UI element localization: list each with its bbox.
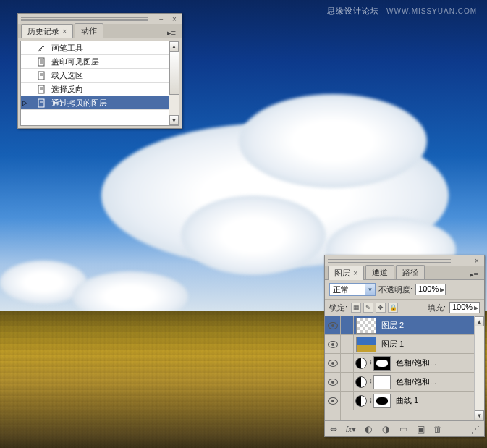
visibility-toggle[interactable]	[325, 316, 341, 334]
history-item-inverse[interactable]: 选择反向	[21, 83, 179, 96]
layer-row[interactable]: ⁞ 曲线 1	[325, 392, 484, 410]
layers-panel-titlebar[interactable]: − ×	[325, 255, 484, 266]
lock-pixels-icon[interactable]: ✎	[363, 303, 373, 313]
history-label: 选择反向	[47, 84, 83, 95]
history-list: 画笔工具 盖印可见图层 载入选区 选择反向 ▷ 通过拷贝的图层 ▲ ▼	[20, 41, 179, 126]
layers-blend-row: 正常 ▼ 不透明度: 100%▶	[325, 280, 484, 300]
scroll-down-button[interactable]: ▼	[475, 410, 484, 420]
link-col[interactable]	[341, 392, 354, 410]
layers-tabs: 图层× 通道 路径 ▸≡	[325, 266, 484, 280]
history-tabs: 历史记录× 动作 ▸≡	[18, 24, 182, 38]
layer-name[interactable]: 色相/饱和...	[393, 358, 436, 368]
history-item-layer-via-copy[interactable]: ▷ 通过拷贝的图层	[21, 96, 179, 110]
layer-name[interactable]: 曲线 1	[393, 395, 418, 406]
fill-value: 100%	[452, 303, 473, 311]
layer-row[interactable]: ⁞ 色相/饱和...	[325, 354, 484, 373]
history-item-load-selection[interactable]: 载入选区	[21, 69, 179, 83]
history-item-brush[interactable]: 画笔工具	[21, 41, 179, 55]
tab-history[interactable]: 历史记录×	[21, 24, 73, 38]
mask-link-icon[interactable]: ⁞	[370, 359, 372, 367]
layer-name[interactable]: 色相/饱和...	[393, 376, 436, 387]
chevron-right-icon[interactable]: ▶	[440, 287, 444, 293]
new-group-icon[interactable]: ▭	[397, 423, 409, 435]
gripper[interactable]	[21, 17, 148, 21]
scroll-thumb[interactable]	[169, 51, 179, 95]
visibility-toggle[interactable]	[325, 392, 341, 410]
eye-icon	[328, 341, 338, 348]
close-icon[interactable]: ×	[473, 256, 481, 265]
history-scrollbar[interactable]: ▲ ▼	[169, 41, 179, 125]
layer-mask-icon[interactable]: ◐	[363, 423, 374, 435]
minimize-icon[interactable]: −	[460, 256, 468, 265]
document-icon	[35, 98, 47, 108]
visibility-toggle[interactable]	[325, 335, 341, 353]
history-item-stamp[interactable]: 盖印可见图层	[21, 55, 179, 69]
opacity-value: 100%	[418, 284, 439, 293]
adjustment-icon	[355, 376, 367, 388]
tab-actions[interactable]: 动作	[75, 23, 103, 38]
fill-label: 填充:	[428, 303, 446, 313]
panel-menu-icon[interactable]: ▸≡	[467, 270, 481, 279]
layer-mask-thumbnail[interactable]	[373, 375, 391, 389]
tab-close-icon[interactable]: ×	[353, 269, 357, 277]
chevron-down-icon: ▼	[365, 284, 375, 295]
layer-row-empty	[325, 410, 484, 420]
layer-style-icon[interactable]: fx▾	[345, 423, 357, 435]
tab-channels[interactable]: 通道	[365, 265, 394, 279]
layer-row[interactable]: ⁞ 色相/饱和...	[325, 373, 484, 392]
lock-position-icon[interactable]: ✥	[376, 303, 386, 313]
layer-mask-thumbnail[interactable]	[373, 356, 391, 371]
layer-row[interactable]: 图层 2	[325, 316, 484, 335]
gripper[interactable]	[328, 258, 451, 263]
lock-label: 锁定:	[329, 303, 347, 313]
scroll-down-button[interactable]: ▼	[169, 115, 179, 125]
watermark-url: WWW.MISSYUAN.COM	[386, 7, 477, 15]
layer-thumbnail[interactable]	[356, 318, 376, 334]
link-col[interactable]	[341, 316, 354, 334]
history-panel-titlebar[interactable]: − ×	[18, 14, 182, 24]
close-icon[interactable]: ×	[170, 14, 179, 23]
delete-layer-icon[interactable]: 🗑	[432, 423, 444, 435]
tab-close-icon[interactable]: ×	[62, 27, 67, 35]
layer-thumbnail[interactable]	[356, 337, 376, 352]
tab-layers[interactable]: 图层×	[328, 266, 364, 280]
mask-link-icon[interactable]: ⁞	[370, 378, 372, 386]
opacity-label: 不透明度:	[378, 284, 412, 295]
mask-link-icon[interactable]: ⁞	[370, 397, 372, 405]
scroll-up-button[interactable]: ▲	[475, 316, 484, 326]
chevron-right-icon[interactable]: ▶	[474, 305, 478, 311]
layers-bottom-toolbar: ⇔ fx▾ ◐ ◑ ▭ ▣ 🗑 ⋰	[325, 420, 484, 436]
resize-grip-icon[interactable]: ⋰	[470, 423, 481, 435]
layer-name[interactable]: 图层 1	[378, 339, 404, 350]
adjustment-layer-icon[interactable]: ◑	[380, 423, 391, 435]
layers-list: 图层 2 图层 1 ⁞ 色相/饱和... ⁞ 色相/饱和...	[325, 316, 484, 420]
link-col[interactable]	[341, 354, 354, 372]
layers-scrollbar[interactable]: ▲ ▼	[474, 316, 484, 420]
panel-menu-icon[interactable]: ▸≡	[164, 28, 179, 38]
minimize-icon[interactable]: −	[157, 14, 166, 23]
tab-paths-label: 路径	[402, 268, 418, 276]
layer-name[interactable]: 图层 2	[378, 320, 404, 331]
opacity-input[interactable]: 100%▶	[415, 284, 446, 295]
link-col[interactable]	[341, 373, 354, 391]
watermark-text: 思缘设计论坛	[327, 7, 379, 15]
lock-transparent-icon[interactable]: ▦	[351, 303, 361, 313]
layer-row[interactable]: 图层 1	[325, 335, 484, 354]
scroll-up-button[interactable]: ▲	[169, 41, 179, 51]
layer-mask-thumbnail[interactable]	[373, 394, 391, 408]
lock-all-icon[interactable]: 🔒	[388, 303, 398, 313]
link-layers-icon[interactable]: ⇔	[328, 423, 339, 435]
eye-icon	[328, 360, 338, 367]
visibility-toggle	[325, 410, 341, 420]
blend-mode-select[interactable]: 正常 ▼	[329, 283, 376, 296]
visibility-toggle[interactable]	[325, 373, 341, 391]
document-icon	[35, 56, 47, 67]
new-layer-icon[interactable]: ▣	[415, 423, 426, 435]
brush-icon	[35, 43, 47, 53]
visibility-toggle[interactable]	[325, 354, 341, 372]
link-col[interactable]	[341, 335, 354, 353]
tab-paths[interactable]: 路径	[396, 265, 425, 279]
fill-input[interactable]: 100%▶	[449, 302, 480, 313]
blend-mode-value: 正常	[333, 284, 349, 295]
lock-icons: ▦ ✎ ✥ 🔒	[351, 303, 398, 313]
